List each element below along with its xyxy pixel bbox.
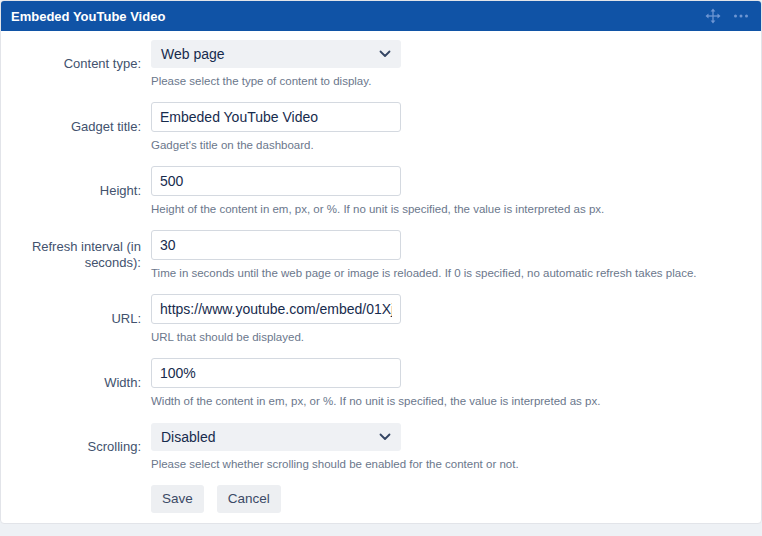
field-row-url: URL: URL that should be displayed. <box>1 294 741 344</box>
height-input[interactable] <box>151 166 401 196</box>
field-row-scrolling: Scrolling: Disabled Please select whethe… <box>1 422 741 471</box>
cancel-button[interactable]: Cancel <box>217 485 281 513</box>
move-icon[interactable] <box>705 8 721 24</box>
url-help: URL that should be displayed. <box>151 330 741 344</box>
gadget-header: Embeded YouTube Video <box>1 1 761 31</box>
refresh-interval-input[interactable] <box>151 230 401 260</box>
field-row-refresh-interval: Refresh interval (in seconds): Time in s… <box>1 230 741 280</box>
content-type-selected-value: Web page <box>161 46 225 62</box>
gadget-config-form: Content type: Web page Please select the… <box>1 31 761 523</box>
content-type-help: Please select the type of content to dis… <box>151 74 741 88</box>
scrolling-select[interactable]: Disabled <box>151 423 401 451</box>
scrolling-help: Please select whether scrolling should b… <box>151 457 741 471</box>
height-label: Height: <box>1 166 151 216</box>
width-label: Width: <box>1 358 151 408</box>
url-label: URL: <box>1 294 151 344</box>
scrolling-selected-value: Disabled <box>161 429 215 445</box>
content-type-label: Content type: <box>1 39 151 88</box>
height-help: Height of the content in em, px, or %. I… <box>151 202 741 216</box>
ellipsis-icon[interactable] <box>733 8 749 24</box>
width-help: Width of the content in em, px, or %. If… <box>151 394 741 408</box>
scrolling-label: Scrolling: <box>1 422 151 471</box>
content-type-select[interactable]: Web page <box>151 40 401 68</box>
field-row-width: Width: Width of the content in em, px, o… <box>1 358 741 408</box>
refresh-interval-label: Refresh interval (in seconds): <box>1 230 151 280</box>
gadget-title: Embeded YouTube Video <box>11 9 165 24</box>
url-input[interactable] <box>151 294 401 324</box>
chevron-down-icon <box>379 433 391 441</box>
gadget-title-help: Gadget's title on the dashboard. <box>151 138 741 152</box>
refresh-interval-help: Time in seconds until the web page or im… <box>151 266 741 280</box>
gadget-header-actions <box>705 8 749 24</box>
gadget-panel: Embeded YouTube Video <box>0 0 762 524</box>
chevron-down-icon <box>379 50 391 58</box>
width-input[interactable] <box>151 358 401 388</box>
gadget-title-label: Gadget title: <box>1 102 151 152</box>
field-row-gadget-title: Gadget title: Gadget's title on the dash… <box>1 102 741 152</box>
save-button[interactable]: Save <box>151 485 204 513</box>
gadget-title-input[interactable] <box>151 102 401 132</box>
form-actions: Save Cancel <box>151 485 741 513</box>
field-row-content-type: Content type: Web page Please select the… <box>1 39 741 88</box>
field-row-height: Height: Height of the content in em, px,… <box>1 166 741 216</box>
